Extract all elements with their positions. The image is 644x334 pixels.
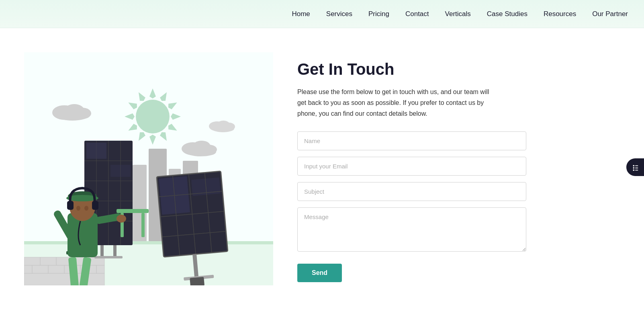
- email-field-group: [297, 157, 612, 176]
- svg-rect-58: [100, 245, 104, 257]
- name-input[interactable]: [297, 131, 526, 150]
- message-textarea[interactable]: [297, 207, 526, 252]
- svg-point-93: [84, 206, 88, 211]
- svg-point-92: [76, 206, 80, 211]
- svg-rect-34: [24, 241, 273, 244]
- form-title: Get In Touch: [297, 60, 612, 78]
- svg-rect-60: [94, 256, 123, 258]
- nav-item-case-studies[interactable]: Case Studies: [487, 10, 527, 18]
- nav-item-services[interactable]: Services: [326, 10, 352, 18]
- name-field-group: [297, 131, 612, 150]
- main-content: Get In Touch Please use the form below t…: [0, 28, 644, 334]
- illustration: [24, 52, 273, 285]
- nav-item-pricing[interactable]: Pricing: [368, 10, 389, 18]
- header: Home Services Pricing Contact Verticals …: [0, 0, 644, 28]
- contact-form: Get In Touch Please use the form below t…: [297, 52, 612, 282]
- svg-point-96: [633, 167, 635, 169]
- svg-rect-56: [86, 143, 106, 159]
- floating-menu-button[interactable]: [626, 158, 644, 176]
- svg-rect-97: [635, 167, 638, 168]
- subject-field-group: [297, 182, 612, 201]
- svg-point-98: [633, 169, 635, 171]
- nav-item-resources[interactable]: Resources: [544, 10, 576, 18]
- svg-rect-95: [635, 165, 638, 166]
- svg-rect-91: [92, 201, 98, 210]
- message-field-group: [297, 207, 612, 253]
- nav-item-our-partner[interactable]: Our Partner: [592, 10, 628, 18]
- svg-rect-76: [190, 277, 204, 285]
- svg-point-94: [633, 165, 635, 166]
- svg-rect-57: [110, 165, 131, 177]
- menu-lines-icon: [631, 163, 640, 172]
- form-description: Please use the form below to get in touc…: [297, 86, 490, 119]
- nav-item-contact[interactable]: Contact: [405, 10, 429, 18]
- svg-point-85: [117, 215, 126, 223]
- nav-item-home[interactable]: Home: [292, 10, 310, 18]
- svg-point-13: [136, 100, 170, 133]
- subject-input[interactable]: [297, 182, 526, 201]
- svg-rect-59: [113, 245, 117, 257]
- svg-rect-90: [67, 201, 74, 210]
- svg-point-21: [186, 148, 216, 156]
- nav-item-verticals[interactable]: Verticals: [445, 10, 471, 18]
- send-button[interactable]: Send: [297, 264, 342, 282]
- svg-point-17: [56, 111, 88, 121]
- nav: Home Services Pricing Contact Verticals …: [292, 10, 628, 18]
- email-input[interactable]: [297, 157, 526, 176]
- svg-point-25: [212, 125, 234, 132]
- svg-rect-61: [117, 209, 149, 213]
- svg-rect-63: [141, 213, 145, 237]
- svg-rect-99: [635, 170, 638, 170]
